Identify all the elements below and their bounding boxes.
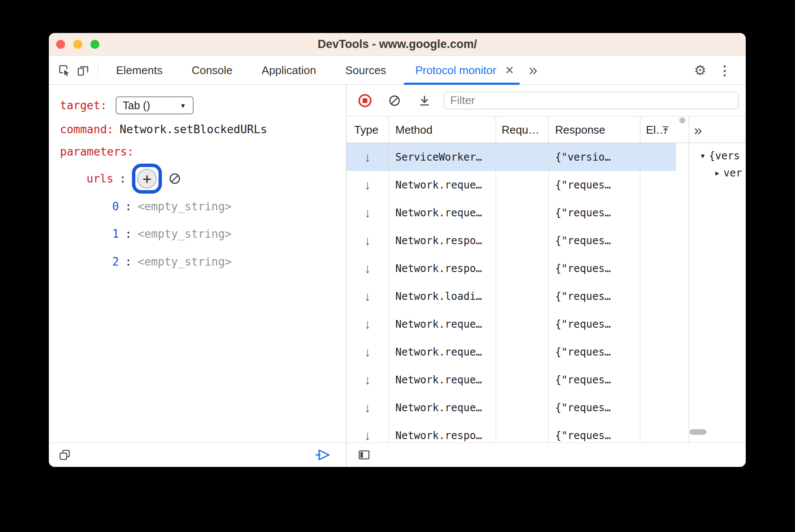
command-value[interactable]: Network.setBlockedURLs xyxy=(120,123,267,136)
chevron-down-icon: ▼ xyxy=(180,102,186,109)
settings-gear-icon[interactable]: ⚙ xyxy=(694,62,706,78)
add-url-button[interactable]: + xyxy=(137,169,157,188)
tree-item-label: {vers xyxy=(709,150,740,162)
row-method: Network.reque… xyxy=(389,346,496,358)
column-divider[interactable] xyxy=(548,117,549,442)
row-method: Network.reque… xyxy=(389,179,496,191)
received-arrow-icon: ↓ xyxy=(365,261,371,276)
caret-down-icon[interactable]: ▼ xyxy=(701,152,705,160)
table-row[interactable]: ↓ Network.respo… {"reques… xyxy=(347,421,676,442)
received-arrow-icon: ↓ xyxy=(365,233,371,248)
row-method: Network.reque… xyxy=(389,207,496,219)
row-method: Network.loadi… xyxy=(389,290,496,302)
record-stop-icon[interactable] xyxy=(357,93,373,108)
copy-icon[interactable] xyxy=(58,448,71,463)
target-row: target: Tab () ▼ xyxy=(60,96,194,114)
table-row[interactable]: ↓ Network.reque… {"reques… xyxy=(347,338,676,366)
zoom-window-button[interactable] xyxy=(90,40,99,49)
devtools-tabbar: Elements Console Application Sources Pro… xyxy=(49,56,746,85)
url-value[interactable]: <empty_string> xyxy=(137,227,231,240)
horizontal-scrollbar-thumb[interactable] xyxy=(690,429,706,435)
screenshot-background: DevTools - www.google.com/ Elements Cons… xyxy=(0,0,795,532)
received-arrow-icon: ↓ xyxy=(365,317,371,332)
overflow-menu-icon[interactable]: ⋮ xyxy=(718,63,731,78)
column-divider[interactable] xyxy=(389,117,389,442)
grid-header: Type Method Requ… Response El… » xyxy=(347,117,746,143)
url-colon: : xyxy=(125,227,132,240)
sort-ascending-icon[interactable] xyxy=(661,125,671,138)
received-arrow-icon: ↓ xyxy=(365,150,371,164)
url-colon: : xyxy=(125,255,132,268)
delete-parameter-icon[interactable] xyxy=(168,172,182,185)
url-item-row[interactable]: 0 : <empty_string> xyxy=(112,200,231,213)
url-value[interactable]: <empty_string> xyxy=(137,200,231,213)
filter-input[interactable] xyxy=(444,92,738,109)
panel-divider[interactable] xyxy=(346,85,347,467)
sidebar-divider xyxy=(689,117,689,442)
row-method: Network.respo… xyxy=(389,263,496,275)
tree-item-child[interactable]: ▶ ver xyxy=(715,167,742,179)
row-response: {"reques… xyxy=(548,402,640,414)
save-download-icon[interactable] xyxy=(418,94,431,108)
tab-protocol-monitor[interactable]: Protocol monitor ✕ xyxy=(400,56,523,84)
column-header-response[interactable]: Response xyxy=(555,123,605,136)
row-response: {"reques… xyxy=(548,374,640,386)
tab-sources[interactable]: Sources xyxy=(331,56,400,84)
column-divider[interactable] xyxy=(496,117,496,442)
caret-right-icon[interactable]: ▶ xyxy=(715,169,719,177)
inspect-element-icon[interactable] xyxy=(55,61,74,80)
sidebar-expand-icon[interactable]: » xyxy=(694,121,702,138)
table-row[interactable]: ↓ Network.reque… {"reques… xyxy=(347,171,676,199)
toggle-sidebar-icon[interactable] xyxy=(357,448,371,463)
table-row[interactable]: ↓ Network.reque… {"reques… xyxy=(347,366,676,394)
table-row[interactable]: ↓ Network.reque… {"reques… xyxy=(347,199,676,227)
url-index: 2 xyxy=(112,255,119,268)
close-tab-icon[interactable]: ✕ xyxy=(499,64,523,77)
row-response: {"reques… xyxy=(548,179,640,191)
url-colon: : xyxy=(125,200,132,213)
clear-log-icon[interactable] xyxy=(388,94,401,108)
command-label: command: xyxy=(60,123,114,136)
table-row[interactable]: ↓ Network.respo… {"reques… xyxy=(347,254,676,282)
url-value[interactable]: <empty_string> xyxy=(137,255,231,268)
parameters-row: parameters: xyxy=(60,145,134,158)
devtools-window: DevTools - www.google.com/ Elements Cons… xyxy=(49,33,746,467)
request-table: ↓ ServiceWorker… {"versio… ↓ Network.req… xyxy=(347,143,676,442)
urls-label: urls xyxy=(87,172,114,185)
vertical-scrollbar-thumb[interactable] xyxy=(679,117,685,123)
row-response: {"reques… xyxy=(548,263,640,275)
target-select[interactable]: Tab () ▼ xyxy=(116,96,194,114)
url-index: 1 xyxy=(112,227,119,240)
table-row[interactable]: ↓ Network.loadi… {"reques… xyxy=(347,282,676,310)
bottom-toolbar xyxy=(49,442,746,467)
more-tabs-icon[interactable]: » xyxy=(529,61,538,79)
column-header-method[interactable]: Method xyxy=(395,123,433,136)
minimize-window-button[interactable] xyxy=(73,40,82,49)
tree-item-version[interactable]: ▼ {vers xyxy=(701,150,740,162)
tab-application[interactable]: Application xyxy=(247,56,331,84)
close-window-button[interactable] xyxy=(56,40,65,49)
url-item-row[interactable]: 2 : <empty_string> xyxy=(112,255,231,268)
row-response: {"reques… xyxy=(548,430,640,442)
column-header-type[interactable]: Type xyxy=(354,123,378,136)
urls-parameter-row: urls : + xyxy=(87,164,182,194)
url-item-row[interactable]: 1 : <empty_string> xyxy=(112,227,231,240)
url-index: 0 xyxy=(112,200,119,213)
parameters-label: parameters: xyxy=(60,145,134,158)
table-row[interactable]: ↓ Network.reque… {"reques… xyxy=(347,310,676,338)
table-row[interactable]: ↓ ServiceWorker… {"versio… xyxy=(347,143,676,171)
column-header-request[interactable]: Requ… xyxy=(502,123,539,136)
tab-elements[interactable]: Elements xyxy=(102,56,177,84)
table-row[interactable]: ↓ Network.respo… {"reques… xyxy=(347,227,676,254)
received-arrow-icon: ↓ xyxy=(365,428,371,443)
received-arrow-icon: ↓ xyxy=(365,373,371,387)
row-method: ServiceWorker… xyxy=(389,151,496,163)
tab-protocol-monitor-label: Protocol monitor xyxy=(400,56,499,84)
row-response: {"reques… xyxy=(548,235,640,247)
device-toolbar-icon[interactable] xyxy=(74,61,93,80)
send-command-icon[interactable] xyxy=(314,448,332,463)
tab-console[interactable]: Console xyxy=(177,56,247,84)
table-row[interactable]: ↓ Network.reque… {"reques… xyxy=(347,394,676,421)
row-method: Network.respo… xyxy=(389,430,496,442)
column-divider[interactable] xyxy=(640,117,640,442)
